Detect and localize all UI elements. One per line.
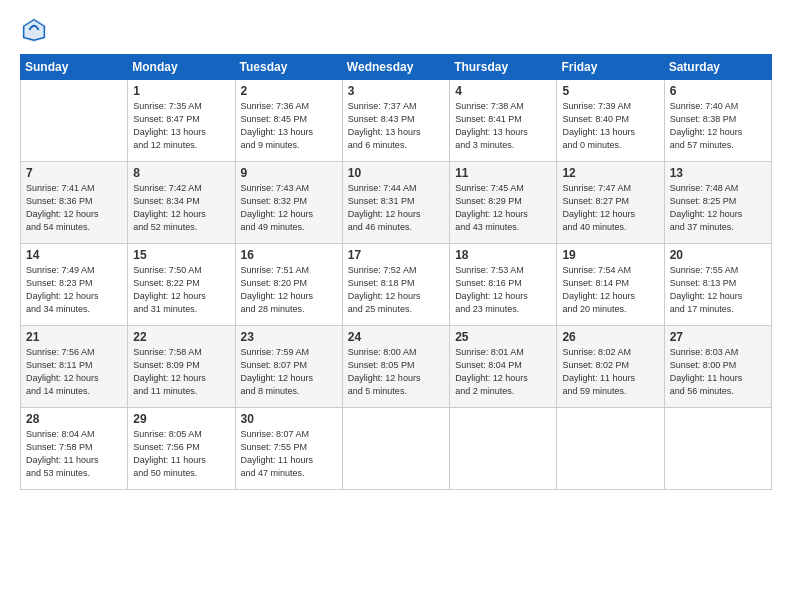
weekday-header-wednesday: Wednesday — [342, 55, 449, 80]
day-cell: 24Sunrise: 8:00 AMSunset: 8:05 PMDayligh… — [342, 326, 449, 408]
calendar-table: SundayMondayTuesdayWednesdayThursdayFrid… — [20, 54, 772, 490]
day-cell: 30Sunrise: 8:07 AMSunset: 7:55 PMDayligh… — [235, 408, 342, 490]
day-cell: 9Sunrise: 7:43 AMSunset: 8:32 PMDaylight… — [235, 162, 342, 244]
day-info: Sunrise: 7:45 AMSunset: 8:29 PMDaylight:… — [455, 182, 551, 234]
day-info: Sunrise: 7:51 AMSunset: 8:20 PMDaylight:… — [241, 264, 337, 316]
day-cell: 4Sunrise: 7:38 AMSunset: 8:41 PMDaylight… — [450, 80, 557, 162]
day-info: Sunrise: 8:04 AMSunset: 7:58 PMDaylight:… — [26, 428, 122, 480]
day-cell: 8Sunrise: 7:42 AMSunset: 8:34 PMDaylight… — [128, 162, 235, 244]
day-number: 3 — [348, 84, 444, 98]
day-info: Sunrise: 8:03 AMSunset: 8:00 PMDaylight:… — [670, 346, 766, 398]
day-info: Sunrise: 7:50 AMSunset: 8:22 PMDaylight:… — [133, 264, 229, 316]
day-number: 11 — [455, 166, 551, 180]
day-cell — [450, 408, 557, 490]
day-cell: 20Sunrise: 7:55 AMSunset: 8:13 PMDayligh… — [664, 244, 771, 326]
header — [20, 16, 772, 44]
day-number: 16 — [241, 248, 337, 262]
day-info: Sunrise: 7:40 AMSunset: 8:38 PMDaylight:… — [670, 100, 766, 152]
day-info: Sunrise: 7:41 AMSunset: 8:36 PMDaylight:… — [26, 182, 122, 234]
day-info: Sunrise: 7:55 AMSunset: 8:13 PMDaylight:… — [670, 264, 766, 316]
day-cell: 26Sunrise: 8:02 AMSunset: 8:02 PMDayligh… — [557, 326, 664, 408]
day-number: 6 — [670, 84, 766, 98]
day-cell: 17Sunrise: 7:52 AMSunset: 8:18 PMDayligh… — [342, 244, 449, 326]
day-cell: 10Sunrise: 7:44 AMSunset: 8:31 PMDayligh… — [342, 162, 449, 244]
day-cell: 3Sunrise: 7:37 AMSunset: 8:43 PMDaylight… — [342, 80, 449, 162]
day-cell — [664, 408, 771, 490]
day-cell: 23Sunrise: 7:59 AMSunset: 8:07 PMDayligh… — [235, 326, 342, 408]
logo-icon — [20, 16, 48, 44]
logo — [20, 16, 52, 44]
day-cell: 25Sunrise: 8:01 AMSunset: 8:04 PMDayligh… — [450, 326, 557, 408]
day-number: 5 — [562, 84, 658, 98]
day-info: Sunrise: 7:53 AMSunset: 8:16 PMDaylight:… — [455, 264, 551, 316]
weekday-header-monday: Monday — [128, 55, 235, 80]
day-cell: 21Sunrise: 7:56 AMSunset: 8:11 PMDayligh… — [21, 326, 128, 408]
day-number: 2 — [241, 84, 337, 98]
day-cell: 7Sunrise: 7:41 AMSunset: 8:36 PMDaylight… — [21, 162, 128, 244]
day-number: 10 — [348, 166, 444, 180]
day-number: 7 — [26, 166, 122, 180]
day-info: Sunrise: 7:47 AMSunset: 8:27 PMDaylight:… — [562, 182, 658, 234]
day-info: Sunrise: 7:48 AMSunset: 8:25 PMDaylight:… — [670, 182, 766, 234]
weekday-header-tuesday: Tuesday — [235, 55, 342, 80]
day-info: Sunrise: 7:54 AMSunset: 8:14 PMDaylight:… — [562, 264, 658, 316]
day-number: 19 — [562, 248, 658, 262]
day-info: Sunrise: 7:38 AMSunset: 8:41 PMDaylight:… — [455, 100, 551, 152]
day-number: 27 — [670, 330, 766, 344]
day-cell: 13Sunrise: 7:48 AMSunset: 8:25 PMDayligh… — [664, 162, 771, 244]
day-info: Sunrise: 7:35 AMSunset: 8:47 PMDaylight:… — [133, 100, 229, 152]
day-info: Sunrise: 7:56 AMSunset: 8:11 PMDaylight:… — [26, 346, 122, 398]
week-row-1: 1Sunrise: 7:35 AMSunset: 8:47 PMDaylight… — [21, 80, 772, 162]
day-info: Sunrise: 7:39 AMSunset: 8:40 PMDaylight:… — [562, 100, 658, 152]
day-number: 22 — [133, 330, 229, 344]
day-cell: 29Sunrise: 8:05 AMSunset: 7:56 PMDayligh… — [128, 408, 235, 490]
day-cell: 12Sunrise: 7:47 AMSunset: 8:27 PMDayligh… — [557, 162, 664, 244]
day-number: 18 — [455, 248, 551, 262]
day-info: Sunrise: 8:02 AMSunset: 8:02 PMDaylight:… — [562, 346, 658, 398]
day-number: 14 — [26, 248, 122, 262]
day-info: Sunrise: 7:52 AMSunset: 8:18 PMDaylight:… — [348, 264, 444, 316]
day-number: 28 — [26, 412, 122, 426]
day-number: 30 — [241, 412, 337, 426]
day-number: 15 — [133, 248, 229, 262]
day-cell: 19Sunrise: 7:54 AMSunset: 8:14 PMDayligh… — [557, 244, 664, 326]
day-cell: 28Sunrise: 8:04 AMSunset: 7:58 PMDayligh… — [21, 408, 128, 490]
day-info: Sunrise: 7:49 AMSunset: 8:23 PMDaylight:… — [26, 264, 122, 316]
day-cell: 11Sunrise: 7:45 AMSunset: 8:29 PMDayligh… — [450, 162, 557, 244]
day-info: Sunrise: 7:44 AMSunset: 8:31 PMDaylight:… — [348, 182, 444, 234]
day-number: 25 — [455, 330, 551, 344]
weekday-header-saturday: Saturday — [664, 55, 771, 80]
weekday-header-friday: Friday — [557, 55, 664, 80]
day-cell — [557, 408, 664, 490]
day-info: Sunrise: 7:43 AMSunset: 8:32 PMDaylight:… — [241, 182, 337, 234]
day-number: 23 — [241, 330, 337, 344]
day-number: 26 — [562, 330, 658, 344]
weekday-header-thursday: Thursday — [450, 55, 557, 80]
week-row-4: 21Sunrise: 7:56 AMSunset: 8:11 PMDayligh… — [21, 326, 772, 408]
weekday-header-sunday: Sunday — [21, 55, 128, 80]
day-number: 17 — [348, 248, 444, 262]
day-cell: 5Sunrise: 7:39 AMSunset: 8:40 PMDaylight… — [557, 80, 664, 162]
day-info: Sunrise: 8:00 AMSunset: 8:05 PMDaylight:… — [348, 346, 444, 398]
day-number: 20 — [670, 248, 766, 262]
week-row-5: 28Sunrise: 8:04 AMSunset: 7:58 PMDayligh… — [21, 408, 772, 490]
week-row-2: 7Sunrise: 7:41 AMSunset: 8:36 PMDaylight… — [21, 162, 772, 244]
day-number: 13 — [670, 166, 766, 180]
day-cell: 2Sunrise: 7:36 AMSunset: 8:45 PMDaylight… — [235, 80, 342, 162]
day-info: Sunrise: 7:58 AMSunset: 8:09 PMDaylight:… — [133, 346, 229, 398]
day-info: Sunrise: 8:07 AMSunset: 7:55 PMDaylight:… — [241, 428, 337, 480]
day-cell — [342, 408, 449, 490]
day-number: 1 — [133, 84, 229, 98]
week-row-3: 14Sunrise: 7:49 AMSunset: 8:23 PMDayligh… — [21, 244, 772, 326]
day-cell: 15Sunrise: 7:50 AMSunset: 8:22 PMDayligh… — [128, 244, 235, 326]
day-info: Sunrise: 7:59 AMSunset: 8:07 PMDaylight:… — [241, 346, 337, 398]
day-info: Sunrise: 7:36 AMSunset: 8:45 PMDaylight:… — [241, 100, 337, 152]
day-number: 8 — [133, 166, 229, 180]
page: SundayMondayTuesdayWednesdayThursdayFrid… — [0, 0, 792, 502]
day-cell: 14Sunrise: 7:49 AMSunset: 8:23 PMDayligh… — [21, 244, 128, 326]
day-number: 24 — [348, 330, 444, 344]
day-info: Sunrise: 7:42 AMSunset: 8:34 PMDaylight:… — [133, 182, 229, 234]
day-number: 29 — [133, 412, 229, 426]
day-number: 4 — [455, 84, 551, 98]
day-info: Sunrise: 8:01 AMSunset: 8:04 PMDaylight:… — [455, 346, 551, 398]
